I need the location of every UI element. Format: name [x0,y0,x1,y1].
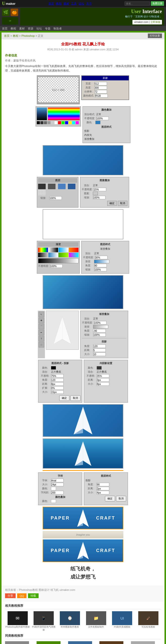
cancel-button[interactable]: 取消 [118,201,127,206]
icon-thumb-3[interactable]: UI [2,17,18,25]
pen-tool[interactable]: ✒ [39,330,44,335]
shadow-opacity-input[interactable] [51,374,64,378]
icon-thumb-1[interactable]: 🌿 [2,9,10,16]
font-input[interactable] [51,479,64,482]
sub-nav-topic[interactable]: 专题 [45,27,50,30]
nav-about[interactable]: 关于 [86,2,92,6]
sub-nav-material[interactable]: 素材 [19,27,25,30]
step-3-container [5,145,161,175]
search-input[interactable] [125,2,150,6]
shadow-cancel-button[interactable]: 取消 [70,395,80,401]
scale-input[interactable] [49,196,62,200]
text-ok-button[interactable]: 确定 [105,496,115,501]
move-tool[interactable]: ✚ [39,318,44,323]
related2-item-4[interactable]: ✏ 写实铅笔图标 [131,641,161,644]
related2-item-0[interactable]: 🥚 鸡蛋图标制作 [5,641,35,644]
icon-thumb-2[interactable]: 🍊 [11,9,18,16]
resolution-input[interactable] [94,90,107,93]
nav-resources[interactable]: 素材 [64,2,69,6]
lasso-tool[interactable]: ⌒ [39,324,44,329]
related2-item-2[interactable]: banner 制作banner [68,641,98,644]
related-item-0[interactable]: ✉ Photoshop制作邮件图标 [5,611,30,631]
related2-item-3[interactable]: PS photoshop制作 [99,641,129,644]
banner-icons: 🌿 🍊 UI [2,9,18,25]
sub-nav-forum[interactable]: 论坛 [36,27,42,30]
shape-tool[interactable]: □ [39,342,44,347]
width-input[interactable] [94,82,107,85]
article-meta: 时间:2013-01-01 作者:admin 来源:uimaker.com 浏览… [5,48,161,51]
inner-size-input[interactable] [97,382,109,386]
nav-tools[interactable]: 工具 [71,2,77,6]
select-tool[interactable]: ↖ [39,312,44,317]
tracking-input[interactable] [51,491,64,494]
related-item-3[interactable]: 📁 文件夹图标制作 [84,611,109,631]
ok-button[interactable]: 确定 [107,201,117,206]
sub-nav-home[interactable]: 首页 [2,27,8,30]
inner-opacity-input[interactable] [97,374,109,378]
opacity-input[interactable] [96,117,109,120]
shape-scale-input[interactable] [93,333,106,337]
text-dist-input[interactable] [97,487,109,490]
color-mode-input[interactable] [95,94,108,98]
related-item-1[interactable]: 📱 PS制作漂亮彩色气球图标 [31,611,57,631]
related-item-5[interactable]: 🖊 写实铅笔图标 [136,611,161,631]
angle-input[interactable] [94,264,107,267]
nav-home[interactable]: 首页 [48,2,54,6]
related-item-2[interactable]: ⌚ 时钟图标制作教程 [57,611,82,631]
share-qq-button[interactable]: QQ [17,593,26,598]
text-cancel-button[interactable]: 取消 [116,496,126,501]
paper-craft-left-text-2: PAPER [51,548,70,553]
text-settings-panel: 图层样式 投影 角度: 距离: 大小: 确定 取消 [84,472,128,505]
shadow-angle-input[interactable] [93,344,106,348]
step-14-container: imagine you PAPER CRAFT [5,531,161,562]
pattern-scale-input[interactable] [93,196,105,199]
shape-angle-input[interactable] [93,329,106,333]
sub-nav-tutorial[interactable]: 教程 [11,27,16,30]
header: U maker 首页 教程 素材 工具 论坛 关于 免费注册 [0,0,166,7]
text-size-input[interactable] [97,491,109,494]
s2-size-input[interactable] [51,390,64,394]
s2-dist-input[interactable] [51,382,64,386]
related2-thumb-2: banner [68,641,92,644]
font-size-input[interactable] [51,483,64,486]
breadcrumb-home[interactable]: 首页 [4,34,10,37]
text-tool[interactable]: T [39,336,44,341]
ls-scale-input[interactable] [94,268,107,271]
breadcrumb: 首页 > 教程 > Photoshop > 正文 打印文章 [2,33,164,39]
share-weibo-button[interactable]: 分享 [5,593,16,598]
shadow-size-input[interactable] [93,352,106,356]
height-input[interactable] [94,86,107,89]
text-angle-input[interactable] [97,483,109,486]
pattern-opacity-input[interactable] [94,188,106,191]
content-area: 首页 > 教程 > Photoshop > 正文 打印文章 全面PS教程 花儿飘… [2,33,164,644]
site-logo[interactable]: U maker [2,1,15,6]
blue-canvas-1 [43,145,123,175]
header-nav: 首页 教程 素材 工具 论坛 关于 [48,2,92,6]
shadow-dist-input[interactable] [93,348,106,352]
share-copy-button[interactable]: 转载 [28,593,39,598]
related-item-4[interactable]: UI PS制作质感图标 [110,611,135,631]
s2-angle-input[interactable] [51,378,64,382]
ls-opacity-input[interactable] [95,256,107,259]
grad-opacity-input[interactable] [50,264,63,268]
gradient-bar [38,258,78,263]
sub-nav-maker[interactable]: 制造者 [53,27,62,30]
shadow-ok-button[interactable]: 确定 [59,395,69,401]
related-thumb-5: 🖊 [138,611,158,625]
breadcrumb-tutorial[interactable]: 教程 [13,34,18,37]
spread-input[interactable] [51,386,64,390]
shape-opacity-input[interactable] [94,321,106,325]
inner-dist-input[interactable] [97,378,109,382]
blue-canvas-2 [43,209,123,239]
related2-item-1[interactable]: 🌿 草地图标 [37,641,67,644]
step-10-container [5,404,161,437]
final-text-container: 纸飞机奇， 成让梦想飞 [5,565,161,581]
nav-tutorial[interactable]: 教程 [56,2,62,6]
print-button[interactable]: 打印文章 [148,34,162,38]
breadcrumb-ps[interactable]: Photoshop [21,34,35,37]
nav-forum[interactable]: 论坛 [79,2,84,6]
related2-thumb-4: ✏ [131,641,155,644]
gradient-preview [37,108,47,120]
sub-nav-resource[interactable]: 资源 [28,27,33,30]
register-button[interactable]: 免费注册 [151,1,164,6]
